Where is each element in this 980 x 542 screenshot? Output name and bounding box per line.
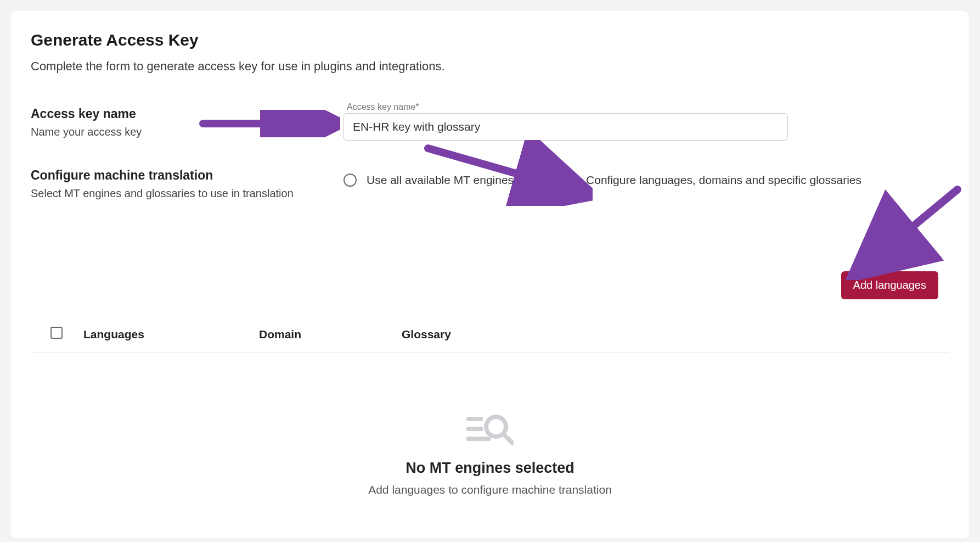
select-all-checkbox[interactable] bbox=[50, 327, 63, 339]
row-configure-mt: Configure machine translation Select MT … bbox=[31, 168, 949, 200]
svg-rect-0 bbox=[466, 417, 483, 421]
radio-use-all-label: Use all available MT engines bbox=[367, 174, 514, 187]
page-title: Generate Access Key bbox=[31, 31, 949, 49]
configure-mt-help: Select MT engines and glossaries to use … bbox=[31, 187, 343, 200]
languages-table-header: Languages Domain Glossary bbox=[31, 316, 949, 353]
col-glossary: Glossary bbox=[402, 328, 930, 341]
search-list-icon bbox=[466, 414, 514, 449]
col-domain: Domain bbox=[259, 328, 402, 341]
svg-line-7 bbox=[861, 189, 958, 269]
radio-icon bbox=[343, 174, 357, 187]
radio-use-all[interactable]: Use all available MT engines bbox=[343, 174, 514, 187]
svg-rect-1 bbox=[466, 427, 483, 431]
row-access-key: Access key name Name your access key Acc… bbox=[31, 107, 949, 141]
access-key-help: Name your access key bbox=[31, 126, 343, 138]
empty-subtitle: Add languages to configure machine trans… bbox=[31, 483, 949, 496]
radio-icon bbox=[563, 174, 576, 187]
col-languages: Languages bbox=[83, 328, 259, 341]
configure-mt-label: Configure machine translation bbox=[31, 168, 343, 183]
radio-configure-specific[interactable]: Configure languages, domains and specifi… bbox=[563, 174, 861, 187]
radio-configure-specific-label: Configure languages, domains and specifi… bbox=[586, 174, 861, 187]
svg-rect-2 bbox=[466, 437, 491, 441]
page-subtitle: Complete the form to generate access key… bbox=[31, 59, 949, 74]
main-card: Generate Access Key Complete the form to… bbox=[11, 11, 969, 538]
access-key-name-input[interactable] bbox=[343, 113, 788, 141]
access-key-label: Access key name bbox=[31, 107, 343, 121]
svg-line-4 bbox=[504, 434, 512, 443]
empty-state: No MT engines selected Add languages to … bbox=[31, 414, 949, 496]
empty-title: No MT engines selected bbox=[31, 460, 949, 477]
access-key-float-label: Access key name* bbox=[347, 102, 949, 112]
action-row: Add languages bbox=[31, 271, 949, 299]
add-languages-button[interactable]: Add languages bbox=[841, 271, 938, 299]
